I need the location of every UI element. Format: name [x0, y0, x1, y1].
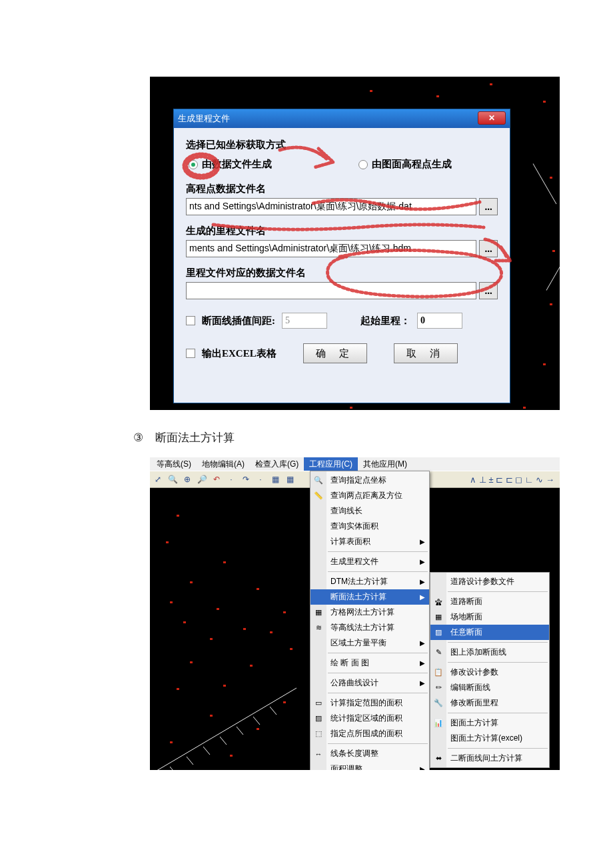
menu-item[interactable]: ✏编辑断面线: [430, 680, 549, 695]
browse-button[interactable]: ...: [479, 240, 498, 257]
menu-item[interactable]: ▨统计指定区域的面积: [310, 711, 429, 726]
menu-item[interactable]: ▭计算指定范围的面积: [310, 695, 429, 711]
cad-line: [533, 163, 557, 204]
tool-icon[interactable]: ·: [254, 473, 267, 486]
menu-separator: [448, 748, 548, 749]
menu-item[interactable]: ▨任意断面: [430, 625, 549, 640]
menubar-item[interactable]: 检查入库(G): [250, 457, 304, 471]
menu-item-icon: ✏: [433, 683, 444, 693]
menu-item[interactable]: 计算表面积▶: [310, 534, 429, 549]
menu-item-label: 绘 断 面 图: [330, 657, 369, 669]
menu-item[interactable]: ↔线条长度调整: [310, 746, 429, 761]
menu-item[interactable]: 生成里程文件▶: [310, 554, 429, 569]
menu-item-label: 修改设计参数: [450, 667, 498, 678]
output-file-input[interactable]: ments and Settings\Administrator\桌面\练习\练…: [186, 240, 476, 257]
menu-item-label: 二断面线间土方计算: [450, 753, 522, 764]
radio-from-datafile[interactable]: 由数据文件生成: [189, 158, 272, 171]
menu-item[interactable]: 查询线长: [310, 503, 429, 519]
svg-line-9: [270, 707, 277, 715]
cad-polyline: [150, 675, 303, 770]
browse-button[interactable]: ...: [479, 198, 498, 215]
menu-item-icon: 🔧: [433, 698, 444, 709]
menu-item-label: 计算表面积: [330, 536, 370, 547]
menu-item[interactable]: 道路设计参数文件: [430, 574, 549, 589]
elevation-file-input[interactable]: nts and Settings\Administrator\桌面\练习\原始数…: [186, 198, 476, 215]
menu-item[interactable]: ✎图上添加断面线: [430, 645, 549, 660]
cancel-button[interactable]: 取 消: [394, 343, 458, 363]
interp-value-input[interactable]: 5: [282, 313, 327, 329]
right-tools: ∧ ⊥ ± ⊏ ⊏ ◻ ∟ ∿ →: [470, 475, 558, 485]
menu-item[interactable]: 查询实体面积: [310, 519, 429, 534]
menu-item-label: 等高线法土方计算: [330, 622, 394, 633]
menu-item[interactable]: ⬚指定点所围成的面积: [310, 726, 429, 741]
menu-item[interactable]: ≋等高线法土方计算: [310, 620, 429, 635]
menu-item[interactable]: 绘 断 面 图▶: [310, 655, 429, 671]
menu-item-label: 方格网法土方计算: [330, 607, 394, 618]
chevron-right-icon: ▶: [420, 593, 425, 601]
menu-item[interactable]: 断面法土方计算▶: [310, 589, 429, 605]
menu-item-label: DTM法土方计算: [330, 576, 388, 587]
zoom-in-icon[interactable]: 🔍: [166, 473, 179, 486]
menu-item-label: 编辑断面线: [450, 682, 490, 693]
menu-item[interactable]: 📋修改设计参数: [430, 665, 549, 680]
menu-separator: [328, 693, 428, 693]
redo-icon[interactable]: ↷: [239, 473, 253, 486]
browse-button[interactable]: ...: [479, 282, 498, 299]
menu-item[interactable]: 区域土方量平衡▶: [310, 635, 429, 651]
menu-item[interactable]: ▦方格网法土方计算: [310, 605, 429, 620]
chevron-right-icon: ▶: [420, 679, 425, 687]
cad-point: [550, 303, 552, 305]
menu-separator: [448, 642, 548, 643]
menubar-item[interactable]: 等高线(S): [151, 457, 197, 471]
zoom-realtime-icon[interactable]: 🔎: [195, 473, 209, 486]
menubar-item[interactable]: 其他应用(M): [358, 457, 412, 471]
menu-item[interactable]: 🔧修改断面里程: [430, 695, 549, 711]
dialog-titlebar[interactable]: 生成里程文件 ✕: [174, 109, 510, 128]
menu-item[interactable]: 📊图面土方计算: [430, 715, 549, 731]
step-caption: ③ 断面法土方计算: [133, 430, 613, 445]
menu-item[interactable]: DTM法土方计算▶: [310, 574, 429, 589]
menu-item[interactable]: 面积调整▶: [310, 761, 429, 770]
menu-item-icon: ▨: [433, 627, 444, 638]
menu-item-label: 公路曲线设计: [330, 677, 378, 689]
menu-item[interactable]: 🛣道路断面: [430, 594, 549, 609]
menu-item[interactable]: 公路曲线设计▶: [310, 675, 429, 691]
menu-item[interactable]: 🔍查询指定点坐标: [310, 473, 429, 488]
menubar-item[interactable]: 地物编辑(A): [197, 457, 250, 471]
menu-item[interactable]: ⬌二断面线间土方计算: [430, 751, 549, 766]
zoom-window-icon[interactable]: ⊕: [181, 473, 194, 486]
menu-item[interactable]: ▦场地断面: [430, 609, 549, 625]
data-file2-input[interactable]: [186, 282, 476, 299]
menu-item-label: 线条长度调整: [330, 748, 378, 759]
radio-from-map[interactable]: 由图面高程点生成: [358, 158, 452, 171]
grid-icon[interactable]: ▦: [283, 473, 297, 486]
menu-item-label: 计算指定范围的面积: [330, 697, 402, 709]
redo-icon[interactable]: ·: [225, 473, 238, 486]
excel-checkbox[interactable]: [186, 349, 195, 358]
menu-item-label: 区域土方量平衡: [330, 637, 386, 649]
svg-line-6: [220, 737, 227, 745]
menu-item-label: 图面土方计算(excel): [450, 733, 522, 744]
zoom-extents-icon[interactable]: ⤢: [151, 473, 165, 486]
menu-item-label: 场地断面: [450, 611, 482, 623]
close-button[interactable]: ✕: [478, 111, 506, 125]
chevron-right-icon: ▶: [420, 538, 425, 545]
ok-button[interactable]: 确 定: [303, 343, 367, 363]
interp-checkbox[interactable]: [186, 316, 195, 325]
ellipsis-icon: ...: [484, 201, 492, 213]
cad-point: [370, 90, 372, 92]
menu-item[interactable]: 📏查询两点距离及方位: [310, 488, 429, 503]
menu-item[interactable]: 图面土方计算(excel): [430, 731, 549, 746]
svg-line-3: [170, 767, 177, 770]
dialog-body: 选择已知坐标获取方式 由数据文件生成 由图面高程点生成 高程点数据文件名 nts…: [174, 128, 510, 370]
engineering-app-menu: 🔍查询指定点坐标📏查询两点距离及方位查询线长查询实体面积计算表面积▶生成里程文件…: [310, 471, 430, 770]
menu-item-label: 道路断面: [450, 596, 482, 607]
palette-icon[interactable]: ▦: [269, 473, 282, 486]
menubar-item[interactable]: 工程应用(C): [304, 457, 358, 471]
start-mileage-input[interactable]: 0: [417, 313, 462, 329]
menu-separator: [448, 662, 548, 663]
step-text: 断面法土方计算: [155, 431, 235, 444]
menu-item-icon: ⬚: [313, 729, 324, 739]
menu-separator: [448, 591, 548, 592]
undo-icon[interactable]: ↶: [210, 473, 223, 486]
